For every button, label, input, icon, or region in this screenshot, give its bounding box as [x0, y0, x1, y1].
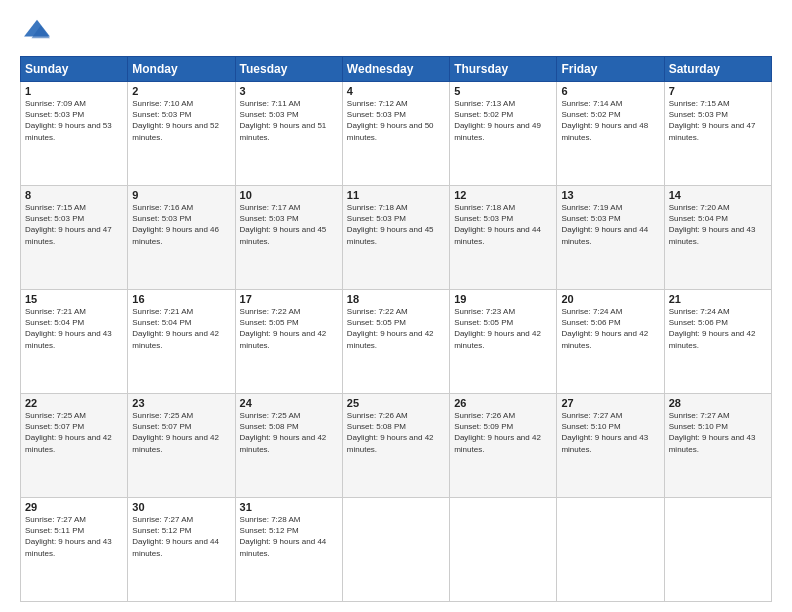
calendar-cell: 9 Sunrise: 7:16 AM Sunset: 5:03 PM Dayli…: [128, 186, 235, 290]
day-info: Sunrise: 7:20 AM Sunset: 5:04 PM Dayligh…: [669, 202, 767, 247]
day-number: 19: [454, 293, 552, 305]
day-number: 1: [25, 85, 123, 97]
day-number: 10: [240, 189, 338, 201]
day-number: 13: [561, 189, 659, 201]
weekday-tuesday: Tuesday: [235, 57, 342, 82]
day-number: 4: [347, 85, 445, 97]
logo: [20, 18, 52, 46]
day-number: 12: [454, 189, 552, 201]
calendar-cell: 12 Sunrise: 7:18 AM Sunset: 5:03 PM Dayl…: [450, 186, 557, 290]
calendar-cell: 23 Sunrise: 7:25 AM Sunset: 5:07 PM Dayl…: [128, 394, 235, 498]
calendar-cell: 25 Sunrise: 7:26 AM Sunset: 5:08 PM Dayl…: [342, 394, 449, 498]
day-info: Sunrise: 7:26 AM Sunset: 5:08 PM Dayligh…: [347, 410, 445, 455]
day-info: Sunrise: 7:16 AM Sunset: 5:03 PM Dayligh…: [132, 202, 230, 247]
day-number: 2: [132, 85, 230, 97]
calendar-cell: 19 Sunrise: 7:23 AM Sunset: 5:05 PM Dayl…: [450, 290, 557, 394]
calendar-cell: 1 Sunrise: 7:09 AM Sunset: 5:03 PM Dayli…: [21, 82, 128, 186]
day-info: Sunrise: 7:21 AM Sunset: 5:04 PM Dayligh…: [25, 306, 123, 351]
day-info: Sunrise: 7:15 AM Sunset: 5:03 PM Dayligh…: [25, 202, 123, 247]
day-number: 14: [669, 189, 767, 201]
day-info: Sunrise: 7:11 AM Sunset: 5:03 PM Dayligh…: [240, 98, 338, 143]
day-number: 16: [132, 293, 230, 305]
day-number: 11: [347, 189, 445, 201]
day-info: Sunrise: 7:18 AM Sunset: 5:03 PM Dayligh…: [347, 202, 445, 247]
day-info: Sunrise: 7:15 AM Sunset: 5:03 PM Dayligh…: [669, 98, 767, 143]
day-number: 28: [669, 397, 767, 409]
calendar-cell: [557, 498, 664, 602]
day-info: Sunrise: 7:24 AM Sunset: 5:06 PM Dayligh…: [561, 306, 659, 351]
day-info: Sunrise: 7:14 AM Sunset: 5:02 PM Dayligh…: [561, 98, 659, 143]
day-number: 9: [132, 189, 230, 201]
day-info: Sunrise: 7:26 AM Sunset: 5:09 PM Dayligh…: [454, 410, 552, 455]
calendar-page: SundayMondayTuesdayWednesdayThursdayFrid…: [0, 0, 792, 612]
calendar-cell: 10 Sunrise: 7:17 AM Sunset: 5:03 PM Dayl…: [235, 186, 342, 290]
calendar-cell: 22 Sunrise: 7:25 AM Sunset: 5:07 PM Dayl…: [21, 394, 128, 498]
calendar-table: SundayMondayTuesdayWednesdayThursdayFrid…: [20, 56, 772, 602]
day-info: Sunrise: 7:27 AM Sunset: 5:10 PM Dayligh…: [669, 410, 767, 455]
calendar-cell: 29 Sunrise: 7:27 AM Sunset: 5:11 PM Dayl…: [21, 498, 128, 602]
day-number: 21: [669, 293, 767, 305]
calendar-cell: 21 Sunrise: 7:24 AM Sunset: 5:06 PM Dayl…: [664, 290, 771, 394]
day-number: 24: [240, 397, 338, 409]
calendar-cell: 28 Sunrise: 7:27 AM Sunset: 5:10 PM Dayl…: [664, 394, 771, 498]
day-number: 3: [240, 85, 338, 97]
calendar-cell: 17 Sunrise: 7:22 AM Sunset: 5:05 PM Dayl…: [235, 290, 342, 394]
day-number: 27: [561, 397, 659, 409]
day-number: 6: [561, 85, 659, 97]
calendar-cell: 15 Sunrise: 7:21 AM Sunset: 5:04 PM Dayl…: [21, 290, 128, 394]
day-number: 30: [132, 501, 230, 513]
calendar-cell: [664, 498, 771, 602]
day-number: 15: [25, 293, 123, 305]
day-number: 25: [347, 397, 445, 409]
calendar-cell: 11 Sunrise: 7:18 AM Sunset: 5:03 PM Dayl…: [342, 186, 449, 290]
calendar-cell: 20 Sunrise: 7:24 AM Sunset: 5:06 PM Dayl…: [557, 290, 664, 394]
calendar-cell: 5 Sunrise: 7:13 AM Sunset: 5:02 PM Dayli…: [450, 82, 557, 186]
day-info: Sunrise: 7:28 AM Sunset: 5:12 PM Dayligh…: [240, 514, 338, 559]
day-info: Sunrise: 7:25 AM Sunset: 5:08 PM Dayligh…: [240, 410, 338, 455]
day-info: Sunrise: 7:25 AM Sunset: 5:07 PM Dayligh…: [25, 410, 123, 455]
week-row-4: 22 Sunrise: 7:25 AM Sunset: 5:07 PM Dayl…: [21, 394, 772, 498]
day-number: 8: [25, 189, 123, 201]
day-info: Sunrise: 7:27 AM Sunset: 5:10 PM Dayligh…: [561, 410, 659, 455]
day-number: 17: [240, 293, 338, 305]
calendar-cell: 30 Sunrise: 7:27 AM Sunset: 5:12 PM Dayl…: [128, 498, 235, 602]
header: [20, 18, 772, 46]
day-info: Sunrise: 7:22 AM Sunset: 5:05 PM Dayligh…: [240, 306, 338, 351]
week-row-1: 1 Sunrise: 7:09 AM Sunset: 5:03 PM Dayli…: [21, 82, 772, 186]
day-number: 31: [240, 501, 338, 513]
calendar-cell: 7 Sunrise: 7:15 AM Sunset: 5:03 PM Dayli…: [664, 82, 771, 186]
day-number: 5: [454, 85, 552, 97]
calendar-cell: 18 Sunrise: 7:22 AM Sunset: 5:05 PM Dayl…: [342, 290, 449, 394]
weekday-wednesday: Wednesday: [342, 57, 449, 82]
calendar-cell: 3 Sunrise: 7:11 AM Sunset: 5:03 PM Dayli…: [235, 82, 342, 186]
calendar-cell: 31 Sunrise: 7:28 AM Sunset: 5:12 PM Dayl…: [235, 498, 342, 602]
calendar-cell: 24 Sunrise: 7:25 AM Sunset: 5:08 PM Dayl…: [235, 394, 342, 498]
day-info: Sunrise: 7:18 AM Sunset: 5:03 PM Dayligh…: [454, 202, 552, 247]
day-info: Sunrise: 7:19 AM Sunset: 5:03 PM Dayligh…: [561, 202, 659, 247]
day-number: 22: [25, 397, 123, 409]
day-info: Sunrise: 7:27 AM Sunset: 5:11 PM Dayligh…: [25, 514, 123, 559]
weekday-sunday: Sunday: [21, 57, 128, 82]
day-info: Sunrise: 7:22 AM Sunset: 5:05 PM Dayligh…: [347, 306, 445, 351]
calendar-cell: 2 Sunrise: 7:10 AM Sunset: 5:03 PM Dayli…: [128, 82, 235, 186]
calendar-cell: [342, 498, 449, 602]
day-info: Sunrise: 7:17 AM Sunset: 5:03 PM Dayligh…: [240, 202, 338, 247]
week-row-3: 15 Sunrise: 7:21 AM Sunset: 5:04 PM Dayl…: [21, 290, 772, 394]
week-row-5: 29 Sunrise: 7:27 AM Sunset: 5:11 PM Dayl…: [21, 498, 772, 602]
calendar-cell: 16 Sunrise: 7:21 AM Sunset: 5:04 PM Dayl…: [128, 290, 235, 394]
calendar-cell: 26 Sunrise: 7:26 AM Sunset: 5:09 PM Dayl…: [450, 394, 557, 498]
day-number: 20: [561, 293, 659, 305]
day-info: Sunrise: 7:21 AM Sunset: 5:04 PM Dayligh…: [132, 306, 230, 351]
day-info: Sunrise: 7:09 AM Sunset: 5:03 PM Dayligh…: [25, 98, 123, 143]
week-row-2: 8 Sunrise: 7:15 AM Sunset: 5:03 PM Dayli…: [21, 186, 772, 290]
day-number: 7: [669, 85, 767, 97]
day-info: Sunrise: 7:27 AM Sunset: 5:12 PM Dayligh…: [132, 514, 230, 559]
day-info: Sunrise: 7:25 AM Sunset: 5:07 PM Dayligh…: [132, 410, 230, 455]
calendar-cell: 4 Sunrise: 7:12 AM Sunset: 5:03 PM Dayli…: [342, 82, 449, 186]
weekday-saturday: Saturday: [664, 57, 771, 82]
logo-icon: [22, 18, 52, 42]
day-info: Sunrise: 7:24 AM Sunset: 5:06 PM Dayligh…: [669, 306, 767, 351]
calendar-cell: 8 Sunrise: 7:15 AM Sunset: 5:03 PM Dayli…: [21, 186, 128, 290]
calendar-cell: 13 Sunrise: 7:19 AM Sunset: 5:03 PM Dayl…: [557, 186, 664, 290]
day-info: Sunrise: 7:12 AM Sunset: 5:03 PM Dayligh…: [347, 98, 445, 143]
